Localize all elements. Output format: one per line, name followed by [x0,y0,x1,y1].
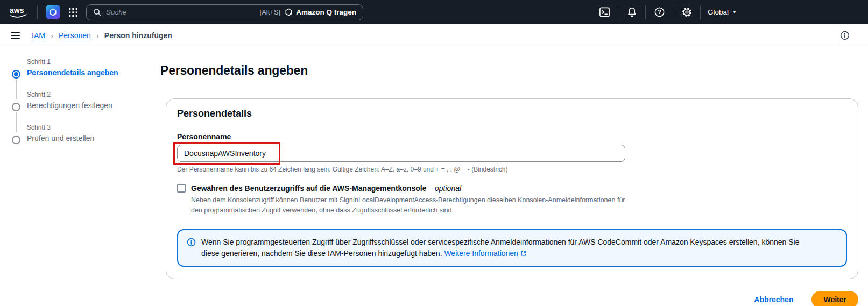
person-name-input[interactable] [177,145,625,162]
topbar-divider [700,5,701,19]
breadcrumb: IAM › Personen › Person hinzufügen [32,31,172,40]
card-title: Personendetails [177,108,847,119]
breadcrumb-link-iam[interactable]: IAM [32,31,45,40]
wizard-step-1: Schritt 1 Personendetails angeben [12,58,149,91]
wizard-step-2: Schritt 2 Berechtigungen festlegen [12,91,149,124]
top-navigation-bar: aws Suche [Alt+S] [0,0,868,24]
console-access-description: Neben dem Konsolenzugriff können Benutze… [191,195,628,216]
wizard-footer: Abbrechen Weiter [160,291,858,306]
region-label: Global [708,8,729,16]
amazon-q-badge-icon [285,8,293,16]
page-title: Personendetails angeben [160,63,858,78]
person-name-label: Personenname [177,132,847,141]
main-content: Personendetails angeben Personendetails … [160,63,858,306]
ask-amazon-q-button[interactable]: Amazon Q fragen [285,8,356,16]
ask-amazon-q-label: Amazon Q fragen [296,8,356,16]
step-3-kicker: Schritt 3 [27,124,149,131]
topbar-divider [673,5,673,19]
console-access-checkbox[interactable] [177,184,186,193]
notifications-bell-icon[interactable] [625,6,638,19]
search-icon [93,8,102,17]
step-1-radio-icon [12,70,20,79]
chevron-down-icon: ▼ [732,10,737,15]
search-shortcut-hint: [Alt+S] [260,8,281,16]
cancel-button[interactable]: Abbrechen [752,292,795,306]
wizard-step-3: Schritt 3 Prüfen und erstellen [12,124,149,156]
amazon-q-app-icon[interactable] [46,5,60,19]
menu-hamburger-icon[interactable] [11,32,20,39]
breadcrumb-current-page: Person hinzufügen [104,31,172,40]
next-button[interactable]: Weiter [811,291,858,306]
breadcrumb-link-personen[interactable]: Personen [59,31,91,40]
page-info-icon[interactable] [840,31,850,40]
breadcrumb-separator-icon: › [51,31,53,40]
step-1-label[interactable]: Personendetails angeben [27,68,149,77]
info-icon [187,238,196,249]
step-3-radio-icon [12,136,20,144]
topbar-divider [618,5,618,19]
topbar-divider [37,5,38,19]
search-placeholder: Suche [106,8,126,16]
learn-more-link[interactable]: Weitere Informationen [444,249,526,258]
topbar-utilities: ? Global ▼ [598,5,737,19]
topbar-divider [645,5,646,19]
info-alert: Wenn Sie programmgesteuerten Zugriff übe… [177,229,847,267]
console-access-label[interactable]: Gewähren des Benutzerzugriffs auf die AW… [191,184,461,193]
aws-logo-text: aws [10,6,24,15]
console-access-optional-text: – optional [428,184,461,193]
console-access-row: Gewähren des Benutzerzugriffs auf die AW… [177,184,847,193]
person-name-input-wrap [177,145,625,162]
console-access-label-text: Gewähren des Benutzerzugriffs auf die AW… [191,184,426,193]
step-2-label[interactable]: Berechtigungen festlegen [27,101,149,110]
region-selector[interactable]: Global ▼ [708,8,737,16]
info-alert-text: Wenn Sie programmgesteuerten Zugriff übe… [201,237,816,259]
services-grid-icon[interactable] [68,8,78,17]
person-name-hint: Der Personenname kann bis zu 64 Zeichen … [177,166,847,173]
breadcrumb-bar: IAM › Personen › Person hinzufügen [0,24,868,47]
aws-logo[interactable]: aws [9,5,29,20]
svg-text:?: ? [658,9,661,15]
external-link-icon [520,250,527,257]
step-1-kicker: Schritt 1 [27,58,149,66]
cloudshell-icon[interactable] [598,6,611,19]
step-2-kicker: Schritt 2 [27,91,149,98]
help-icon[interactable]: ? [653,6,666,19]
step-2-radio-icon [12,103,20,111]
wizard-steps-nav: Schritt 1 Personendetails angeben Schrit… [12,58,149,156]
person-details-card: Personendetails Personenname Der Persone… [166,98,858,279]
breadcrumb-separator-icon: › [96,31,99,40]
global-search-input[interactable]: Suche [Alt+S] Amazon Q fragen [86,4,363,20]
learn-more-label: Weitere Informationen [444,249,518,258]
settings-gear-icon[interactable] [680,6,693,19]
step-3-label[interactable]: Prüfen und erstellen [27,134,149,143]
